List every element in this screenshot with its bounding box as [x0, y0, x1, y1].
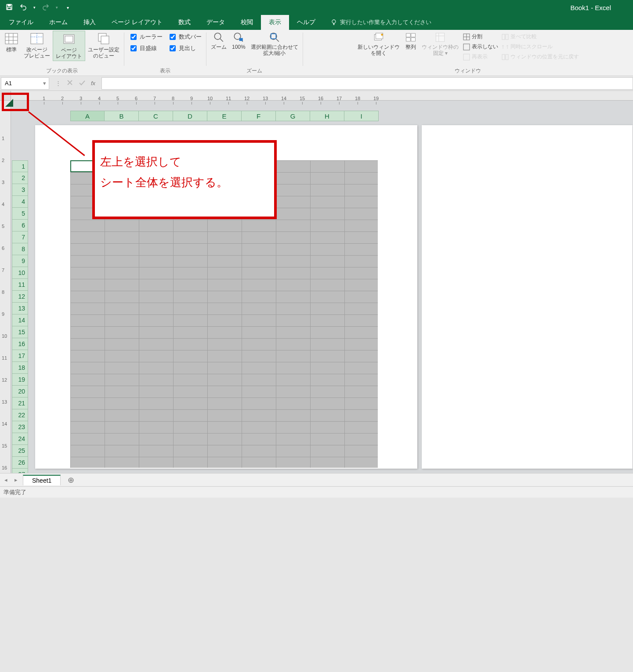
window-title: Book1 - Excel	[0, 4, 633, 11]
tab-page-layout[interactable]: ページ レイアウト	[104, 15, 170, 30]
gridlines-checkbox[interactable]: 目盛線	[129, 44, 163, 53]
svg-text:✦: ✦	[380, 32, 384, 37]
tab-insert[interactable]: 挿入	[76, 15, 104, 30]
row-header[interactable]: 16	[12, 338, 28, 350]
tab-home[interactable]: ホーム	[41, 15, 76, 30]
row-header[interactable]: 19	[12, 374, 28, 386]
column-header[interactable]: B	[105, 111, 139, 121]
row-header[interactable]: 6	[12, 220, 28, 231]
ruler-tick: 7	[153, 96, 156, 101]
row-header[interactable]: 22	[12, 409, 28, 421]
row-header[interactable]: 1	[12, 160, 28, 172]
tab-review[interactable]: 校閲	[233, 15, 261, 30]
row-header[interactable]: 12	[12, 291, 28, 303]
custom-views-button[interactable]: ユーザー設定のビュー	[85, 31, 122, 60]
svg-rect-38	[463, 44, 470, 50]
row-headers[interactable]: 1234567891011121314151617181920212223242…	[12, 160, 28, 473]
ruler-tick: 9	[2, 311, 4, 317]
ruler-tick: 8	[2, 289, 4, 295]
column-header[interactable]: G	[276, 111, 310, 121]
page-break-preview-button[interactable]: 改ページプレビュー	[21, 31, 53, 60]
row-header[interactable]: 8	[12, 243, 28, 255]
tab-help[interactable]: ヘルプ	[289, 15, 323, 30]
row-header[interactable]: 7	[12, 231, 28, 243]
select-all-triangle-icon[interactable]	[5, 99, 13, 107]
row-header[interactable]: 20	[12, 386, 28, 397]
page-layout-view-button[interactable]: ページレイアウト	[53, 31, 85, 61]
row-header[interactable]: 15	[12, 326, 28, 338]
row-header[interactable]: 24	[12, 433, 28, 445]
ruler-tick: 15	[300, 96, 305, 101]
column-header[interactable]: E	[207, 111, 242, 121]
row-header[interactable]: 21	[12, 397, 28, 409]
row-header[interactable]: 17	[12, 350, 28, 362]
row-header[interactable]: 11	[12, 279, 28, 291]
save-icon[interactable]	[5, 3, 13, 12]
ruler-tick: 18	[355, 96, 360, 101]
name-box[interactable]: A1 ▾	[1, 77, 49, 90]
row-header[interactable]: 26	[12, 457, 28, 469]
column-header[interactable]: I	[344, 111, 379, 121]
formula-input[interactable]	[101, 77, 633, 90]
qat-customize-icon[interactable]: ▾	[64, 5, 69, 10]
dropdown-icon[interactable]: ▾	[43, 80, 49, 87]
dropdown-icon[interactable]: ▾	[33, 5, 36, 10]
column-header[interactable]: D	[173, 111, 207, 121]
svg-rect-40	[502, 34, 505, 40]
tab-scroll-left-icon[interactable]: ◂	[3, 477, 9, 483]
formula-bar: A1 ▾ ⋮ fx	[0, 76, 633, 91]
svg-rect-31	[411, 38, 416, 41]
column-header[interactable]: A	[70, 111, 105, 121]
normal-view-button[interactable]: 標準	[2, 31, 21, 54]
sheet-tab[interactable]: Sheet1	[23, 475, 61, 485]
row-header[interactable]: 13	[12, 303, 28, 314]
svg-rect-21	[239, 38, 243, 41]
undo-icon[interactable]	[19, 3, 27, 12]
row-header[interactable]: 5	[12, 208, 28, 220]
row-header[interactable]: 27	[12, 469, 28, 473]
row-header[interactable]: 9	[12, 255, 28, 267]
row-header[interactable]: 14	[12, 314, 28, 326]
zoom-button[interactable]: ズーム	[208, 31, 229, 51]
ruler-tick: 2	[61, 96, 64, 101]
zoom-to-selection-button[interactable]: 選択範囲に合わせて拡大/縮小	[248, 31, 301, 58]
ruler-tick: 10	[207, 96, 213, 101]
column-header[interactable]: C	[139, 111, 173, 121]
formula-bar-checkbox[interactable]: 数式バー	[168, 33, 202, 41]
title-bar: ▾ ▾ ▾ Book1 - Excel	[0, 0, 633, 15]
row-header[interactable]: 2	[12, 172, 28, 184]
row-header[interactable]: 4	[12, 196, 28, 208]
ruler-checkbox[interactable]: ルーラー	[129, 33, 163, 41]
zoom-100-button[interactable]: 100%	[229, 31, 248, 51]
worksheet-area[interactable]: 12345678910111213141516171819 1234567891…	[0, 91, 633, 473]
synchronous-scrolling-button: 同時にスクロール	[502, 43, 579, 51]
row-header[interactable]: 25	[12, 445, 28, 457]
enter-icon[interactable]	[79, 79, 86, 87]
column-headers[interactable]: ABCDEFGHI	[70, 111, 379, 121]
svg-point-3	[332, 20, 336, 23]
new-sheet-button[interactable]: ⊕	[64, 475, 78, 485]
tell-me-search[interactable]: 実行したい作業を入力してください	[323, 15, 431, 30]
arrange-all-button[interactable]: 整列	[402, 31, 419, 51]
freeze-panes-button[interactable]: ウィンドウ枠の固定 ▾	[419, 31, 461, 58]
row-header[interactable]: 10	[12, 267, 28, 279]
column-header[interactable]: H	[310, 111, 344, 121]
split-button[interactable]: 分割	[463, 33, 498, 41]
tab-file[interactable]: ファイル	[1, 15, 41, 30]
cancel-icon[interactable]	[66, 79, 73, 87]
row-header[interactable]: 23	[12, 421, 28, 433]
tab-view[interactable]: 表示	[261, 15, 289, 30]
headings-checkbox[interactable]: 見出し	[168, 44, 202, 53]
row-header[interactable]: 3	[12, 184, 28, 196]
new-window-button[interactable]: ✦ 新しいウィンドウを開く	[355, 31, 402, 58]
insert-function-icon[interactable]: fx	[91, 80, 95, 87]
tab-formulas[interactable]: 数式	[170, 15, 199, 30]
tab-data[interactable]: データ	[199, 15, 233, 30]
svg-rect-28	[406, 33, 411, 37]
column-header[interactable]: F	[242, 111, 276, 121]
hide-button[interactable]: 表示しない	[463, 43, 498, 51]
tab-scroll-right-icon[interactable]: ▸	[13, 477, 19, 483]
ruler-tick: 4	[2, 202, 4, 207]
ruler-tick: 12	[244, 96, 250, 101]
row-header[interactable]: 18	[12, 362, 28, 374]
